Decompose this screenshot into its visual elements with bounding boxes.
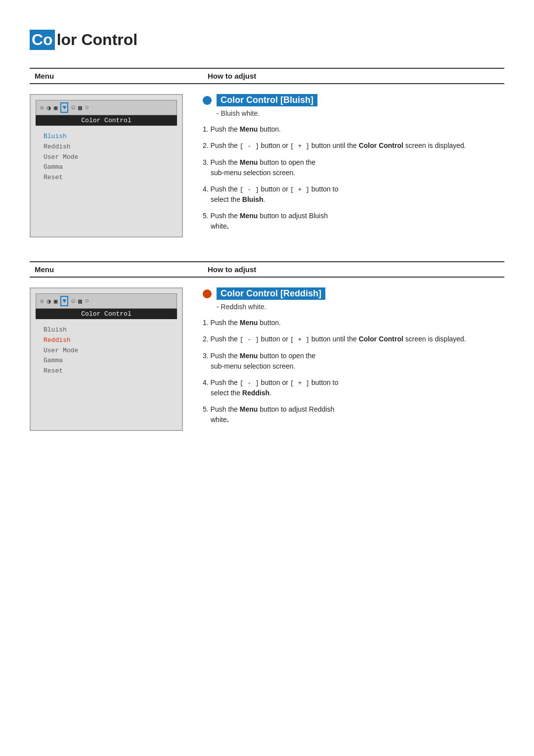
steps-reddish: 1. Push the Menu button. 2. Push the [ -…: [203, 318, 504, 425]
adjust-panel-reddish: Color Control [Reddish] - Reddish white.…: [198, 287, 504, 431]
section-body-reddish: ☼ ◑ ▣ ♥ ☺ ▦ ○ Color Control Bluish Reddi…: [30, 287, 504, 431]
step-4-bluish: 4. Push the [ - ] button or [ + ] button…: [203, 184, 504, 205]
icon-brightness: ☼: [40, 104, 44, 111]
menu-label-reddish: Menu: [30, 265, 198, 274]
monitor-icons-reddish: ☼ ◑ ▣ ♥ ☺ ▦ ○: [36, 293, 177, 309]
step-2-bluish: 2. Push the [ - ] button or [ + ] button…: [203, 141, 504, 151]
title-rest: lor Control: [55, 30, 140, 50]
monitor-item-bluish-r: Bluish: [44, 325, 169, 335]
color-control-title-reddish: Color Control [Reddish]: [203, 287, 504, 300]
monitor-items-bluish: Bluish Reddish User Mode Gamma Reset: [36, 130, 177, 187]
color-control-label-reddish: Color Control [Reddish]: [217, 287, 325, 300]
section-reddish: Menu How to adjust ☼ ◑ ▣ ♥ ☺ ▦ ○ Color C…: [30, 261, 504, 431]
icon-position: ▣: [54, 104, 58, 112]
icon-color-active-r: ♥: [60, 296, 68, 306]
section-bluish: Menu How to adjust ☼ ◑ ▣ ♥ ☺ ▦ ○ Color C…: [30, 68, 504, 237]
icon-position-r: ▣: [54, 297, 58, 305]
monitor-items-reddish: Bluish Reddish User Mode Gamma Reset: [36, 323, 177, 380]
monitor-item-reddish-r: Reddish: [44, 335, 169, 346]
icon-misc-r: ☺: [71, 297, 75, 305]
step-1-reddish: 1. Push the Menu button.: [203, 318, 504, 328]
icon-misc: ☺: [71, 104, 75, 111]
steps-bluish: 1. Push the Menu button. 2. Push the [ -…: [203, 124, 504, 232]
page-title: Color Control: [30, 30, 504, 50]
section-header-bluish: Menu How to adjust: [30, 68, 504, 84]
step-4-reddish: 4. Push the [ - ] button or [ + ] button…: [203, 378, 504, 399]
subtitle-reddish: - Reddish white.: [217, 303, 504, 311]
icon-contrast: ◑: [47, 104, 51, 112]
icon-screen: ▦: [78, 104, 82, 112]
step-2-reddish: 2. Push the [ - ] button or [ + ] button…: [203, 334, 504, 345]
title-highlight: Co: [30, 30, 55, 50]
section-body-bluish: ☼ ◑ ▣ ♥ ☺ ▦ ○ Color Control Bluish Reddi…: [30, 94, 504, 237]
icon-color-active: ♥: [60, 102, 68, 113]
step-5-bluish: 5. Push the Menu button to adjust Bluish…: [203, 211, 504, 232]
icon-contrast-r: ◑: [47, 297, 51, 305]
monitor-title-reddish: Color Control: [36, 309, 177, 319]
step-5-reddish: 5. Push the Menu button to adjust Reddis…: [203, 404, 504, 425]
step-3-bluish: 3. Push the Menu button to open the sub-…: [203, 157, 504, 178]
monitor-item-usermode-r: User Mode: [44, 346, 169, 356]
step-1-bluish: 1. Push the Menu button.: [203, 124, 504, 135]
color-control-label-bluish: Color Control [Bluish]: [217, 94, 317, 106]
color-control-title-bluish: Color Control [Bluish]: [203, 94, 504, 106]
monitor-title-bluish: Color Control: [36, 115, 177, 126]
menu-label: Menu: [30, 72, 198, 80]
step-3-reddish: 3. Push the Menu button to open the sub-…: [203, 351, 504, 372]
monitor-item-bluish: Bluish: [44, 132, 169, 142]
subtitle-bluish: - Bluish white.: [217, 109, 504, 117]
monitor-item-usermode: User Mode: [44, 152, 169, 163]
monitor-item-reset-r: Reset: [44, 366, 169, 377]
icon-power: ○: [85, 104, 89, 111]
monitor-item-gamma: Gamma: [44, 162, 169, 173]
monitor-icons-bluish: ☼ ◑ ▣ ♥ ☺ ▦ ○: [36, 100, 177, 115]
monitor-graphic-reddish: ☼ ◑ ▣ ♥ ☺ ▦ ○ Color Control Bluish Reddi…: [30, 287, 183, 431]
icon-power-r: ○: [85, 297, 89, 305]
monitor-item-reset: Reset: [44, 173, 169, 183]
color-dot-red: [203, 289, 212, 298]
color-dot-blue: [203, 96, 212, 105]
icon-screen-r: ▦: [78, 297, 82, 305]
adjust-panel-bluish: Color Control [Bluish] - Bluish white. 1…: [198, 94, 504, 237]
monitor-item-reddish: Reddish: [44, 142, 169, 152]
monitor-graphic-bluish: ☼ ◑ ▣ ♥ ☺ ▦ ○ Color Control Bluish Reddi…: [30, 94, 183, 237]
how-to-adjust-label-reddish: How to adjust: [198, 265, 504, 274]
icon-brightness-r: ☼: [40, 297, 44, 305]
how-to-adjust-label: How to adjust: [198, 72, 504, 80]
section-header-reddish: Menu How to adjust: [30, 261, 504, 278]
monitor-item-gamma-r: Gamma: [44, 356, 169, 366]
